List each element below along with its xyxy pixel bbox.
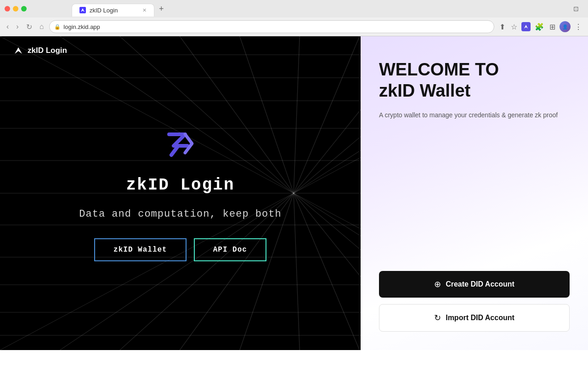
- window-controls: [5, 6, 27, 12]
- welcome-heading: WELCOME TO zkID Wallet: [379, 59, 570, 101]
- new-tab-btn[interactable]: +: [154, 1, 169, 17]
- api-doc-btn[interactable]: API Doc: [194, 238, 266, 261]
- welcome-subtitle: A crypto wallet to manage your credentia…: [379, 110, 570, 120]
- page: zkID Login zkID Login Data and computati…: [0, 36, 588, 350]
- create-did-label: Create DID Account: [446, 280, 514, 288]
- bookmark-btn[interactable]: ☆: [509, 21, 519, 33]
- tagline: Data and computation, keep both: [79, 208, 281, 220]
- maximize-btn[interactable]: [21, 6, 27, 12]
- title-bar: zkID Login ✕ + ⊡: [0, 0, 588, 17]
- sidebar-toggle-icon[interactable]: ⊡: [573, 5, 579, 12]
- right-panel: WELCOME TO zkID Wallet A crypto wallet t…: [361, 36, 588, 350]
- back-btn[interactable]: ‹: [5, 21, 11, 33]
- refresh-btn[interactable]: ↻: [24, 21, 34, 33]
- nav-actions: ⬆ ☆ 🧩 ⊞ 👤 ⋮: [498, 21, 583, 33]
- tab-bar: zkID Login ✕ +: [67, 1, 173, 17]
- create-did-btn[interactable]: ⊕ Create DID Account: [379, 271, 570, 298]
- forward-btn[interactable]: ›: [14, 21, 20, 33]
- action-buttons: ⊕ Create DID Account ↻ Import DID Accoun…: [379, 271, 570, 332]
- browser-chrome: zkID Login ✕ + ⊡ ‹ › ↻ ⌂ 🔒 login.zkid.ap…: [0, 0, 588, 36]
- import-did-btn[interactable]: ↻ Import DID Account: [379, 304, 570, 332]
- main-logo-icon: [162, 125, 199, 162]
- main-content: zkID Login Data and computation, keep bo…: [0, 36, 361, 350]
- profile-avatar[interactable]: 👤: [560, 21, 571, 32]
- import-did-icon: ↻: [434, 313, 441, 323]
- puzzle-icon[interactable]: 🧩: [533, 21, 545, 33]
- nav-buttons: zkID Wallet API Doc: [94, 238, 266, 261]
- sidebar-icon[interactable]: ⊞: [548, 21, 557, 33]
- tab-close-btn[interactable]: ✕: [142, 7, 147, 13]
- active-tab[interactable]: zkID Login ✕: [72, 4, 154, 17]
- lock-icon: 🔒: [54, 24, 61, 30]
- tab-title: zkID Login: [90, 7, 118, 14]
- home-btn[interactable]: ⌂: [38, 21, 46, 33]
- extension-icon[interactable]: [521, 22, 531, 31]
- wallet-btn[interactable]: zkID Wallet: [94, 238, 187, 261]
- close-btn[interactable]: [5, 6, 10, 12]
- import-did-label: Import DID Account: [446, 314, 514, 322]
- share-btn[interactable]: ⬆: [498, 21, 507, 33]
- site-title: zkID Login: [126, 176, 234, 195]
- tab-favicon: [79, 7, 86, 13]
- minimize-btn[interactable]: [13, 6, 18, 12]
- nav-bar: ‹ › ↻ ⌂ 🔒 login.zkid.app ⬆ ☆ 🧩 ⊞ 👤 ⋮: [0, 17, 588, 36]
- create-did-icon: ⊕: [434, 279, 441, 289]
- address-bar[interactable]: 🔒 login.zkid.app: [49, 20, 494, 33]
- url-text: login.zkid.app: [63, 23, 100, 30]
- menu-btn[interactable]: ⋮: [573, 21, 583, 33]
